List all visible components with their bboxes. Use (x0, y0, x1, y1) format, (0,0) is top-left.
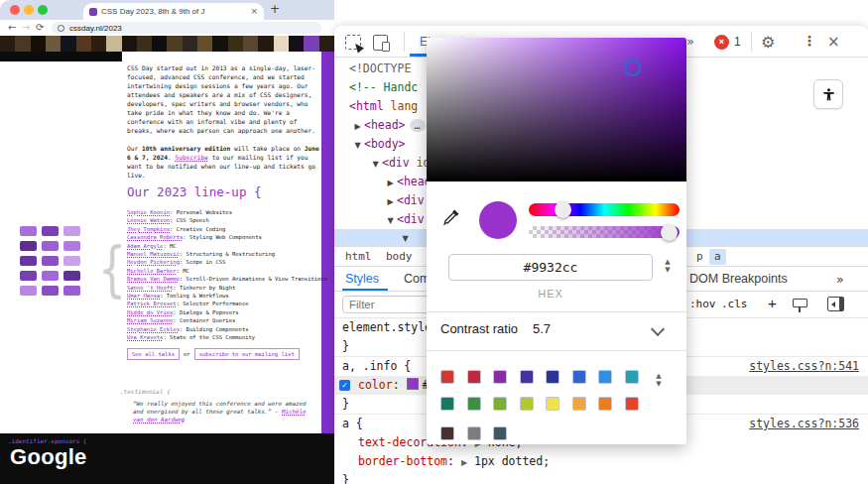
speaker-thumb[interactable] (63, 226, 80, 236)
palette-swatch[interactable] (520, 397, 534, 411)
stepper-down-icon[interactable]: ▼ (653, 380, 665, 388)
speaker-thumb[interactable] (20, 286, 37, 296)
settings-gear-icon[interactable]: ⚙ (761, 33, 775, 52)
back-icon[interactable]: ← (8, 22, 16, 33)
tab-dom-breakpoints[interactable]: DOM Breakpoints (689, 272, 788, 286)
speaker-thumb[interactable] (42, 256, 59, 266)
speaker-thumb[interactable] (63, 271, 80, 281)
speaker-thumb[interactable] (20, 241, 37, 251)
accessibility-widget-button[interactable] (813, 79, 843, 109)
reload-icon[interactable]: ⟳ (36, 22, 44, 33)
speaker-link[interactable]: Umar Hansa (127, 293, 160, 299)
hue-slider[interactable] (529, 203, 680, 216)
sidebar-toggle-icon[interactable] (827, 297, 844, 311)
palette-swatch[interactable] (493, 426, 507, 440)
mac-zoom-button[interactable] (38, 5, 48, 15)
expand-icon[interactable]: ▶ (384, 174, 397, 192)
color-selection-ring[interactable] (624, 60, 641, 76)
mac-minimize-button[interactable] (24, 5, 34, 15)
devtools-close-icon[interactable]: × (827, 33, 840, 51)
tab-styles[interactable]: Styles (345, 272, 379, 286)
speaker-link[interactable]: Una Kravets (127, 334, 163, 340)
breadcrumb-item[interactable]: p (696, 249, 703, 265)
breadcrumb-item[interactable]: body (386, 249, 413, 265)
error-badge-icon[interactable]: × (714, 35, 729, 50)
palette-swatch[interactable] (440, 370, 454, 384)
tab-close-icon[interactable]: × (250, 7, 258, 16)
style-declaration-row[interactable]: border-bottom: ▶ 1px dotted; (334, 452, 868, 471)
device-toolbar-icon[interactable] (373, 35, 388, 51)
current-color-swatch[interactable] (479, 201, 517, 239)
stepper-up-icon[interactable]: ▲ (662, 258, 674, 266)
speaker-link[interactable]: Michelle Barker (127, 268, 177, 274)
new-style-rule-icon[interactable]: + (768, 295, 777, 311)
see-all-talks-button[interactable]: See all talks (127, 348, 180, 360)
palette-swatch[interactable] (520, 370, 534, 384)
palette-swatch[interactable] (493, 397, 507, 411)
collapse-icon[interactable]: ▼ (384, 211, 397, 230)
speaker-link[interactable]: Jhey Tompkins (127, 226, 170, 232)
more-sidebar-tabs-icon[interactable]: » (836, 272, 844, 287)
contrast-expand-chevron-icon[interactable] (651, 322, 665, 336)
expand-value-icon[interactable]: ▶ (461, 458, 467, 467)
site-info-icon[interactable] (58, 25, 64, 32)
forward-icon[interactable]: → (22, 22, 30, 33)
speaker-link[interactable]: Patrick Brosset (127, 301, 177, 306)
speaker-link[interactable]: Hidde de Vries (127, 309, 173, 315)
speaker-thumb[interactable] (20, 271, 37, 281)
stepper-down-icon[interactable]: ▼ (662, 266, 674, 274)
speaker-thumb[interactable] (42, 226, 59, 236)
speaker-link[interactable]: Sophie Koonin (127, 209, 170, 215)
palette-swatch[interactable] (493, 370, 507, 384)
speaker-link[interactable]: Léonie Watson (127, 217, 170, 223)
stylesheet-source-link[interactable]: styles.css?n:541 (749, 357, 859, 376)
palette-swatch[interactable] (625, 397, 639, 411)
palette-swatch[interactable] (467, 370, 481, 384)
toggle-hover-state[interactable]: :hov (689, 298, 716, 310)
speaker-link[interactable]: Heydon Pickering (127, 259, 180, 265)
palette-swatch[interactable] (467, 426, 481, 440)
declaration-checkbox[interactable]: ✓ (339, 380, 350, 391)
devtools-menu-icon[interactable]: ⋮ (803, 33, 816, 49)
palette-swatch[interactable] (572, 370, 586, 384)
mac-close-button[interactable] (10, 5, 20, 15)
alpha-slider-handle[interactable] (661, 224, 678, 241)
collapse-icon[interactable]: ▼ (369, 155, 382, 174)
breadcrumb-item[interactable]: html (345, 249, 372, 265)
saturation-brightness-gradient[interactable] (427, 38, 686, 182)
speaker-thumb[interactable] (42, 286, 59, 296)
ellipsis-expand-icon[interactable]: … (410, 119, 426, 132)
hue-slider-handle[interactable] (555, 201, 571, 218)
speaker-thumb[interactable] (63, 256, 80, 266)
speaker-link[interactable]: Sanne 't Hooft (127, 285, 173, 291)
palette-swatch[interactable] (598, 397, 612, 411)
expand-icon[interactable]: ▶ (384, 192, 397, 211)
breadcrumb-item-selected[interactable]: a (709, 249, 726, 265)
speaker-link[interactable]: Miriam Suzanne (127, 317, 173, 323)
alpha-slider[interactable] (529, 226, 680, 238)
color-format-stepper[interactable]: ▲ ▼ (662, 258, 674, 274)
hex-value-input[interactable] (448, 254, 653, 281)
rendering-emulation-icon[interactable] (793, 299, 807, 307)
palette-swatch[interactable] (546, 370, 559, 384)
property-value[interactable]: 1px dotted; (474, 454, 550, 468)
subscribe-link[interactable]: Subscribe (175, 154, 208, 161)
speaker-link[interactable]: Cassondra Roberts (127, 234, 183, 240)
speaker-thumb[interactable] (63, 286, 80, 296)
inspect-element-icon[interactable] (345, 35, 361, 50)
expand-icon[interactable]: ▶ (351, 117, 364, 136)
speaker-thumb[interactable] (42, 271, 59, 281)
palette-swatch[interactable] (440, 426, 454, 440)
speaker-thumb[interactable] (63, 241, 80, 251)
toggle-element-classes[interactable]: .cls (721, 298, 748, 310)
collapse-icon[interactable]: ▼ (351, 136, 364, 155)
stylesheet-source-link[interactable]: styles.css?n:536 (749, 415, 859, 433)
speaker-link[interactable]: Manuel Matuzović (127, 251, 180, 257)
browser-tab[interactable]: CSS Day 2023, 8th & 9th of J × (83, 3, 264, 20)
palette-swatch[interactable] (598, 370, 612, 384)
palette-pager-stepper[interactable]: ▲ ▼ (653, 372, 665, 388)
palette-swatch[interactable] (467, 397, 481, 411)
more-tabs-icon[interactable]: » (686, 34, 694, 49)
speaker-link[interactable]: Adam Argyle (127, 243, 163, 249)
stepper-up-icon[interactable]: ▲ (653, 372, 665, 380)
